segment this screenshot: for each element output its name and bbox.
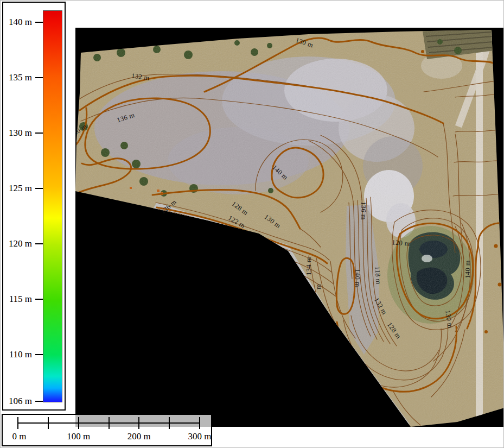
elevation-tick-label: 140 m [9,17,32,28]
elevation-colorbar [43,10,62,402]
scale-bar: 0 m100 m200 m300 m [2,414,212,446]
elevation-tick-mark [35,299,43,300]
elevation-tick-label: 125 m [9,183,32,194]
elevation-tick-mark [35,188,43,189]
scalebar-label: 300 m [188,431,212,442]
scalebar-label: 200 m [127,431,151,442]
contour-label: 120 m [392,238,411,248]
elevation-tick-mark [35,132,43,134]
scalebar-tick [17,417,18,429]
contour-label: 118 m [373,266,382,285]
scalebar-tick [169,417,170,429]
contour-label: 136 m [359,201,367,220]
elevation-tick-mark [35,401,43,402]
contour-label: 134 m [305,257,313,275]
contour-label: m [315,284,323,289]
map-viewport[interactable]: 130 m132 m136 m130 m140 m126 m128 m122 m… [75,28,504,427]
elevation-tick-label: 120 m [9,238,32,249]
scalebar-tick [109,417,110,429]
elevation-tick-label: 130 m [9,128,32,138]
scalebar-label: 0 m [12,431,27,442]
report-page: 130 m132 m136 m130 m140 m126 m128 m122 m… [0,0,504,448]
contour-label: 140 m [464,260,472,279]
elevation-tick-label: 106 m [9,396,32,407]
elevation-tick-mark [35,22,43,23]
scalebar-tick [78,417,79,429]
scalebar-tick [48,417,49,429]
elevation-tick-label: 135 m [9,72,32,83]
orthophoto-contour-map [75,28,504,427]
elevation-tick-mark [35,77,43,78]
elevation-tick-label: 110 m [9,349,32,360]
elevation-tick-mark [35,354,43,355]
elevation-tick-mark [35,243,43,244]
scalebar-tick [138,417,139,429]
elevation-legend: 140 m135 m130 m125 m120 m115 m110 m106 m [2,2,66,411]
scalebar-label: 100 m [67,431,90,442]
contour-label: 140 m [353,269,361,287]
elevation-tick-label: 115 m [9,294,32,305]
scalebar-tick [199,417,200,429]
